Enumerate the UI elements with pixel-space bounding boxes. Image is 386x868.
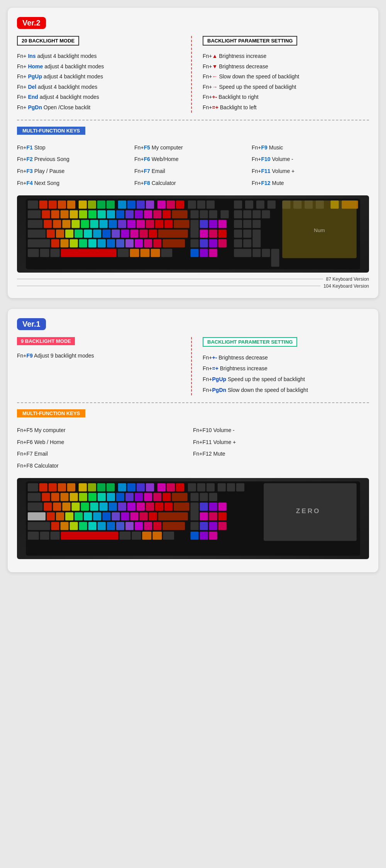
svg-rect-72	[209, 220, 217, 228]
svg-rect-53	[262, 210, 270, 218]
svg-rect-60	[90, 220, 98, 228]
fn-prefix: Fn+	[134, 144, 144, 151]
ver2-top-section: 20 BACKLIGHT MODE Fn+ Ins adjust 4 backl…	[17, 36, 369, 120]
svg-rect-107	[135, 239, 143, 247]
svg-rect-45	[172, 210, 187, 218]
mf-item-f9: Fn+F9 Music	[252, 142, 369, 154]
f9-key-v1: F9	[27, 353, 33, 359]
svg-rect-35	[79, 210, 87, 218]
svg-text:ZERO: ZERO	[296, 507, 321, 514]
svg-rect-103	[98, 239, 106, 247]
svg-rect-151	[176, 483, 184, 491]
svg-rect-36	[88, 210, 96, 218]
ver1-mf-grid: Fn+F5 My computer Fn+F10 Volume - Fn+F6 …	[17, 424, 369, 472]
svg-rect-146	[127, 483, 135, 491]
svg-rect-82	[84, 229, 92, 237]
svg-rect-233	[218, 522, 226, 530]
v1-mf-f10: Fn+F10 Volume -	[193, 424, 369, 436]
fn-prefix: Fn+	[17, 84, 28, 90]
fn-prefix: Fn+	[17, 144, 27, 151]
svg-rect-172	[144, 493, 152, 501]
v1-param-row-1: Fn++- Brightness decrease	[203, 352, 369, 363]
svg-rect-16	[176, 200, 184, 209]
ver2-multifunction: MULTI-FUNCTION KEYS Fn+F1 Stop Fn+F5 My …	[17, 127, 369, 289]
svg-rect-94	[234, 229, 242, 237]
svg-rect-224	[116, 522, 124, 530]
svg-rect-196	[200, 503, 208, 511]
end-text: adjust 4 backlight modes	[38, 94, 99, 100]
left-arrow-icon: ←	[212, 73, 218, 80]
svg-rect-14	[157, 200, 166, 209]
param-row-2: Fn+▼ Brightness decrease	[203, 61, 369, 72]
svg-rect-123	[140, 249, 149, 257]
svg-rect-211	[149, 512, 157, 520]
svg-rect-21	[245, 200, 253, 209]
svg-text:Num: Num	[314, 227, 325, 233]
svg-rect-84	[102, 229, 110, 237]
svg-rect-120	[61, 249, 116, 257]
param-row-3: Fn+← Slow down the speed of backlight	[203, 71, 369, 82]
fn-prefix: Fn+	[17, 63, 28, 70]
svg-rect-121	[118, 249, 129, 257]
svg-rect-168	[107, 493, 115, 501]
mf-text: Music	[267, 144, 283, 151]
svg-rect-112	[200, 239, 208, 247]
svg-rect-187	[108, 503, 117, 511]
svg-rect-124	[151, 249, 160, 257]
fn-prefix: Fn+	[203, 104, 212, 110]
svg-rect-180	[44, 503, 52, 511]
param-row-6: Fn+=+ Backlight to left	[203, 102, 369, 113]
fn-prefix: Fn+	[17, 180, 27, 186]
backlight-row-3: Fn+ PgUp adjust 4 backlight modes	[17, 71, 183, 82]
svg-rect-54	[28, 220, 43, 228]
svg-rect-222	[98, 522, 106, 530]
svg-rect-234	[28, 532, 39, 540]
fn-prefix: Fn+	[252, 144, 261, 151]
svg-rect-202	[65, 512, 73, 520]
svg-rect-73	[218, 220, 226, 228]
mf-item-f7: Fn+F7 Email	[134, 165, 252, 177]
f7-key: F7	[144, 168, 150, 174]
param-text: Speed up the speed of backlight	[226, 376, 305, 382]
fn-prefix: Fn+	[134, 168, 144, 174]
svg-rect-1	[28, 200, 38, 209]
ver1-top-section: 9 BACKLIGHT MODE Fn+F9 Adjust 9 backligh…	[17, 337, 369, 403]
mf-text: Play / Pause	[33, 168, 65, 174]
backlight-row-1: Fn+ Ins adjust 4 backlight modes	[17, 51, 183, 61]
svg-rect-193	[164, 503, 173, 511]
mf-item-f1: Fn+F1 Stop	[17, 142, 134, 154]
svg-rect-71	[200, 220, 208, 228]
fn-prefix: Fn+	[203, 354, 212, 361]
fn-prefix: Fn+F11 Volume +	[193, 439, 236, 445]
svg-rect-177	[200, 493, 208, 501]
svg-rect-229	[163, 522, 185, 530]
svg-rect-141	[78, 483, 86, 491]
f4-key: F4	[27, 180, 33, 186]
mf-text: Next Song	[33, 180, 59, 186]
mf-item-f8: Fn+F8 Calculator	[134, 177, 252, 189]
f6-key: F6	[144, 156, 150, 162]
svg-rect-226	[135, 522, 143, 530]
svg-rect-148	[146, 483, 154, 491]
svg-rect-8	[97, 200, 105, 209]
svg-rect-55	[44, 220, 52, 228]
svg-rect-132	[271, 249, 279, 266]
fn-prefix: Fn+	[17, 53, 28, 59]
svg-rect-225	[125, 522, 134, 530]
svg-rect-46	[190, 210, 198, 218]
equals-plus-key: =+	[212, 104, 218, 110]
svg-rect-131	[262, 249, 270, 257]
v104-label: 104 Keyboard Version	[323, 283, 369, 289]
v87-label-row: 87 Keyboard Version	[17, 276, 369, 282]
svg-rect-171	[135, 493, 143, 501]
svg-rect-33	[60, 210, 68, 218]
svg-rect-90	[158, 229, 188, 237]
svg-rect-142	[88, 483, 96, 491]
svg-rect-111	[190, 239, 198, 247]
svg-rect-49	[220, 210, 229, 218]
fn-prefix: Fn+F6 Web / Home	[17, 439, 64, 445]
v1-mf-f5: Fn+F5 My computer	[17, 424, 193, 436]
param-text: Speed up the speed of backlight	[218, 84, 296, 90]
svg-rect-128	[209, 249, 217, 257]
mf-text: Stop	[33, 144, 46, 151]
